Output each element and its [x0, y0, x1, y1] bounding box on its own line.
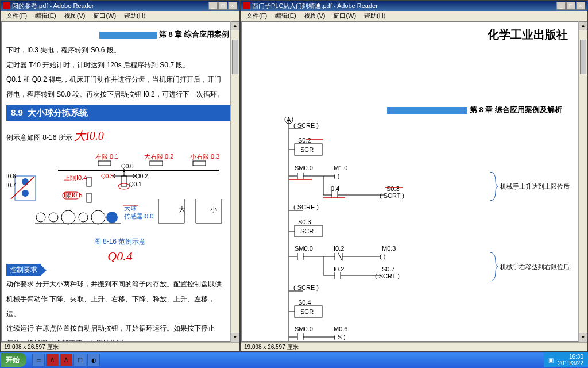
svg-point-27	[106, 212, 118, 223]
para3: Q0.1 和 Q0.2 得电，机床开门动作并进行分齿，当机床门打开后，开门	[6, 74, 234, 86]
menu-edit[interactable]: 编辑(E)	[272, 11, 300, 21]
example-intro: 例示意如图 8-16 所示 大I0.0	[6, 125, 234, 146]
svg-text:SCR: SCR	[300, 228, 314, 235]
diagram-figure: 左限I0.1 大右限I0.2 小右限I0.3 Q0.0 Q0.3 Q0.2	[6, 148, 230, 235]
svg-text:( SCRE ): ( SCRE )	[293, 204, 319, 210]
svg-rect-12	[87, 177, 91, 186]
menubar-right: 文件(F) 编辑(E) 视图(V) 窗口(W) 帮助(H)	[241, 11, 587, 21]
svg-point-23	[49, 213, 58, 222]
svg-rect-8	[121, 176, 127, 186]
svg-rect-15	[87, 193, 91, 202]
svg-point-18	[22, 190, 29, 197]
svg-text:I0.4: I0.4	[329, 185, 339, 192]
scroll-up-icon[interactable]: ▲	[231, 21, 239, 30]
clock-text: 16:30	[569, 354, 583, 360]
svg-text:( SCRE ): ( SCRE )	[293, 284, 319, 291]
para4: 得电，程序转到 S0.0 段。再次按下启动按钮 I0.2，可进行下一次循环。	[6, 89, 234, 101]
start-button[interactable]: 开始	[1, 353, 26, 367]
svg-text:S0.4: S0.4	[298, 299, 311, 306]
app-icon-2[interactable]: ◐	[87, 354, 100, 366]
scroll-down-icon[interactable]: ▼	[231, 333, 239, 342]
menu-view[interactable]: 视图(V)	[301, 11, 329, 21]
menu-view[interactable]: 视图(V)	[61, 11, 89, 21]
svg-text:S0.3: S0.3	[298, 218, 311, 225]
window-title-left: 阅的参考.pdf - Adobe Reader	[12, 2, 94, 10]
statusbar-left: 19.098 x 26.597 厘米	[1, 342, 239, 351]
adobe-icon[interactable]: A	[46, 354, 59, 366]
handnote-1: 大I0.0	[74, 129, 104, 142]
svg-text:I0.7: I0.7	[6, 182, 16, 189]
maximize-button[interactable]: □	[566, 2, 575, 10]
scrollbar-left[interactable]: ▲ ▼	[230, 21, 239, 342]
adobe-icon-2[interactable]: A	[60, 354, 72, 366]
titlebar-left[interactable]: 阅的参考.pdf - Adobe Reader _ □ ×	[1, 1, 239, 11]
date-text: 2019/3/22	[558, 360, 584, 366]
svg-text:M0.3: M0.3	[382, 245, 396, 252]
svg-text:Q0.3: Q0.3	[101, 173, 114, 179]
svg-text:( S ): ( S )	[334, 334, 346, 340]
svg-text:Q0.1: Q0.1	[129, 181, 142, 187]
maximize-button[interactable]: □	[218, 2, 227, 10]
scroll-thumb[interactable]	[580, 40, 586, 74]
req3: 运。	[6, 308, 234, 321]
window-right: 西门子PLC从入门到精通.pdf - Adobe Reader _ □ × 文件…	[240, 0, 588, 352]
publisher-text: 化学工业出版社	[249, 25, 579, 45]
svg-point-17	[22, 178, 29, 185]
svg-text:S0.7: S0.7	[382, 266, 395, 273]
close-button[interactable]: ×	[576, 2, 585, 10]
document-area-right: 化学工业出版社 第 8 章 综合应用案例及解析 A ( SCRE ) S0.2	[241, 21, 587, 342]
svg-text:I0.2: I0.2	[334, 266, 344, 273]
close-button[interactable]: ×	[228, 2, 237, 10]
minimize-button[interactable]: _	[556, 2, 566, 10]
para1: 下时，I0.3 失电，程序转到 S0.6 段。	[6, 44, 234, 57]
menu-edit[interactable]: 编辑(E)	[32, 11, 60, 21]
req2: 机械手臂动作 下降、夹取、上升、右移、下降、释放、上升、左移，	[6, 293, 234, 306]
svg-rect-2	[193, 161, 206, 166]
scroll-thumb[interactable]	[232, 40, 238, 74]
status-text-right: 19.098 x 26.597 厘米	[244, 343, 299, 351]
quick-launch: ▭ A A ☐ ◐	[32, 354, 100, 366]
document-area-left: 第 8 章 综合应用案例 下时，I0.3 失电，程序转到 S0.6 段。 定时器…	[1, 21, 239, 342]
page-right: 化学工业出版社 第 8 章 综合应用案例及解析 A ( SCRE ) S0.2	[242, 22, 586, 341]
svg-text:传感器I0.0: 传感器I0.0	[124, 213, 153, 220]
menu-file[interactable]: 文件(F)	[243, 11, 270, 21]
scroll-down-icon[interactable]: ▼	[579, 333, 587, 342]
system-tray[interactable]: ▣ 16:30 2019/3/22	[544, 352, 589, 367]
svg-point-22	[36, 213, 45, 222]
scrollbar-right[interactable]: ▲ ▼	[578, 21, 587, 342]
req5: 何处，机械臂最终都要停止在原始位置。	[6, 338, 234, 341]
statusbar-right: 19.098 x 26.597 厘米	[241, 342, 587, 351]
handnote-2: Q0.4	[107, 249, 132, 263]
window-title-right: 西门子PLC从入门到精通.pdf - Adobe Reader	[252, 2, 378, 10]
svg-text:Q0.0: Q0.0	[121, 163, 134, 170]
svg-rect-1	[150, 161, 163, 166]
svg-text:S0.2: S0.2	[298, 137, 311, 144]
svg-text:M1.0: M1.0	[334, 164, 347, 171]
svg-text:上限I0.4: 上限I0.4	[64, 174, 87, 181]
menu-help[interactable]: 帮助(H)	[121, 11, 149, 21]
svg-line-76	[338, 252, 342, 261]
show-desktop-icon[interactable]: ▭	[32, 354, 45, 366]
app-icon[interactable]: ☐	[74, 354, 86, 366]
scroll-up-icon[interactable]: ▲	[579, 21, 587, 30]
svg-text:( SCRT ): ( SCRT )	[375, 273, 400, 279]
minimize-button[interactable]: _	[208, 2, 218, 10]
menu-file[interactable]: 文件(F)	[3, 11, 30, 21]
tray-icon[interactable]: ▣	[548, 357, 554, 363]
menu-window[interactable]: 窗口(W)	[90, 11, 119, 21]
svg-point-24	[61, 210, 75, 224]
svg-point-25	[79, 213, 88, 222]
status-text-left: 19.098 x 26.597 厘米	[4, 343, 59, 351]
svg-text:( SCRE ): ( SCRE )	[293, 122, 319, 129]
svg-text:I0.2: I0.2	[334, 245, 344, 252]
window-left: 阅的参考.pdf - Adobe Reader _ □ × 文件(F) 编辑(E…	[0, 0, 240, 352]
titlebar-right[interactable]: 西门子PLC从入门到精通.pdf - Adobe Reader _ □ ×	[241, 1, 587, 11]
svg-point-26	[91, 210, 105, 224]
menu-help[interactable]: 帮助(H)	[361, 11, 389, 21]
taskbar: 开始 ▭ A A ☐ ◐ ▣ 16:30 2019/3/22	[0, 352, 588, 368]
svg-text:S0.3: S0.3	[386, 185, 400, 192]
menu-window[interactable]: 窗口(W)	[330, 11, 359, 21]
svg-text:A: A	[287, 117, 291, 123]
para2: 定时器 T40 开始计时，计时达到 120s 后程序转到 S0.7 段。	[6, 59, 234, 72]
svg-text:小: 小	[210, 205, 217, 213]
